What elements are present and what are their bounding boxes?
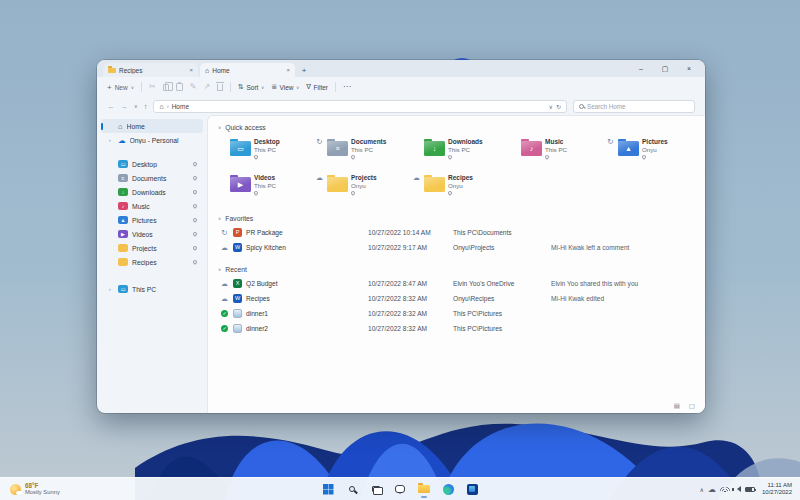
task-view-button[interactable]	[368, 481, 384, 497]
new-tab-button[interactable]: +	[297, 66, 311, 75]
recent-locations-icon[interactable]: ∨	[134, 103, 138, 109]
file-row-recipes[interactable]: W Recipes 10/27/2022 8:32 AM Onyu\Recipe…	[218, 291, 705, 306]
collapse-icon[interactable]: ∨	[218, 267, 221, 272]
view-button-label: View	[280, 84, 294, 91]
file-name: PR Package	[246, 229, 283, 236]
tab-label: Recipes	[119, 67, 186, 74]
close-button[interactable]: ×	[677, 65, 701, 72]
tile-name: Desktop	[254, 138, 280, 146]
maximize-button[interactable]: ▢	[653, 65, 677, 73]
minimize-button[interactable]: –	[629, 65, 653, 72]
close-tab-icon[interactable]: ×	[286, 67, 290, 73]
onedrive-tray-icon[interactable]: ☁	[708, 485, 716, 494]
start-button[interactable]	[320, 481, 336, 497]
tray-overflow-icon[interactable]: ∧	[700, 486, 704, 493]
sidebar-item-videos[interactable]: ▶ Videos	[101, 227, 203, 241]
tab-home[interactable]: ⌂ Home ×	[200, 63, 295, 77]
section-header-favorites[interactable]: ∨ Favorites	[218, 211, 705, 225]
tile-name: Pictures	[642, 138, 668, 146]
copy-icon[interactable]	[163, 84, 169, 91]
tab-strip: Recipes × ⌂ Home × + – ▢ ×	[97, 60, 705, 77]
store-button[interactable]	[464, 481, 480, 497]
filter-icon: ∇	[306, 83, 311, 91]
rename-icon[interactable]: ✎	[190, 83, 197, 91]
tile-location: Onyu	[642, 146, 668, 154]
collapse-icon[interactable]: ∨	[218, 216, 221, 221]
tile-downloads[interactable]: ↓ DownloadsThis PC	[412, 136, 509, 167]
sidebar-item-recipes[interactable]: Recipes	[101, 255, 203, 269]
sun-cloud-icon	[10, 484, 21, 495]
battery-icon[interactable]	[745, 487, 755, 492]
clock[interactable]: 11:11 AM 10/27/2022	[762, 482, 792, 496]
paste-icon[interactable]	[176, 83, 183, 91]
sidebar-item-this-pc[interactable]: › ▭ This PC	[101, 282, 203, 296]
sidebar-item-home[interactable]: ⌂ Home	[101, 119, 203, 133]
tile-name: Projects	[351, 174, 377, 182]
sort-button[interactable]: ⇅ Sort ∨	[238, 83, 264, 91]
sidebar-item-onedrive[interactable]: › ☁ Onyu - Personal	[101, 133, 203, 147]
sidebar-item-downloads[interactable]: ↓ Downloads	[101, 185, 203, 199]
section-header-quick-access[interactable]: ∨ Quick access	[218, 120, 705, 134]
tile-desktop[interactable]: ▭ DesktopThis PC	[218, 136, 315, 167]
tile-videos[interactable]: ▶ VideosThis PC	[218, 172, 315, 203]
file-row-dinner2[interactable]: dinner2 10/27/2022 8:32 AM This PC\Pictu…	[218, 321, 705, 336]
sidebar-item-desktop[interactable]: ▭ Desktop	[101, 157, 203, 171]
cut-icon[interactable]: ✂	[149, 83, 156, 91]
share-icon[interactable]: ↗	[203, 83, 210, 91]
address-dropdown-icon[interactable]: ∨	[549, 103, 553, 110]
back-icon[interactable]: ←	[107, 102, 115, 111]
tile-documents[interactable]: ≡ DocumentsThis PC	[315, 136, 412, 167]
tile-projects[interactable]: ProjectsOnyu	[315, 172, 412, 203]
weather-widget[interactable]: 68°F Mostly Sunny	[0, 482, 60, 496]
up-icon[interactable]: ↑	[144, 102, 148, 111]
large-icons-view-icon[interactable]: ▢	[689, 402, 695, 410]
expand-icon[interactable]: ›	[109, 137, 114, 143]
folder-icon: ▭	[230, 141, 251, 156]
tile-recipes[interactable]: RecipesOnyu	[412, 172, 509, 203]
section-title: Favorites	[225, 215, 253, 222]
refresh-icon[interactable]: ↻	[556, 103, 561, 110]
sidebar-item-music[interactable]: ♪ Music	[101, 199, 203, 213]
file-row-dinner1[interactable]: dinner1 10/27/2022 8:32 AM This PC\Pictu…	[218, 306, 705, 321]
file-explorer-button[interactable]	[416, 481, 432, 497]
expand-icon[interactable]: ›	[109, 286, 114, 292]
sidebar-item-documents[interactable]: ≡ Documents	[101, 171, 203, 185]
search-box[interactable]	[573, 100, 695, 113]
videos-icon: ▶	[118, 230, 128, 238]
section-header-recent[interactable]: ∨ Recent	[218, 262, 705, 276]
tab-recipes[interactable]: Recipes ×	[103, 63, 198, 77]
sidebar-item-pictures[interactable]: ▲ Pictures	[101, 213, 203, 227]
edge-button[interactable]	[440, 481, 456, 497]
delete-icon[interactable]	[217, 84, 223, 91]
new-button[interactable]: + New ∨	[107, 83, 134, 92]
sidebar-item-projects[interactable]: Projects	[101, 241, 203, 255]
file-row-q2-budget[interactable]: X Q2 Budget 10/27/2022 8:47 AM Elvin Yoo…	[218, 276, 705, 291]
forward-icon[interactable]: →	[121, 102, 129, 111]
file-row-pr-package[interactable]: P PR Package 10/27/2022 10:14 AM This PC…	[218, 225, 705, 240]
search-input[interactable]	[587, 103, 689, 110]
tray-date: 10/27/2022	[762, 489, 792, 496]
sync-status-icon	[220, 229, 229, 237]
filter-button[interactable]: ∇ Filter	[306, 83, 328, 91]
divider	[141, 82, 142, 92]
view-button[interactable]: ≣ View ∨	[271, 83, 299, 91]
breadcrumb[interactable]: Home	[172, 103, 189, 110]
address-bar[interactable]: ⌂ › Home ∨ ↻	[153, 100, 567, 113]
close-tab-icon[interactable]: ×	[189, 67, 193, 73]
wifi-icon[interactable]	[720, 486, 730, 492]
view-icon: ≣	[271, 83, 277, 91]
tile-music[interactable]: ♪ MusicThis PC	[509, 136, 606, 167]
chevron-down-icon: ∨	[131, 85, 134, 90]
search-icon	[579, 104, 584, 109]
more-options-icon[interactable]: ⋯	[343, 83, 351, 91]
volume-icon[interactable]	[734, 486, 741, 492]
word-file-icon: W	[233, 294, 242, 303]
tile-pictures[interactable]: ▲ PicturesOnyu	[606, 136, 703, 167]
pin-icon	[350, 154, 356, 160]
search-button[interactable]	[344, 481, 360, 497]
cloud-status-icon	[220, 295, 229, 303]
details-view-icon[interactable]: ▤	[674, 402, 680, 410]
file-row-spicy-kitchen[interactable]: W Spicy Kitchen 10/27/2022 9:17 AM Onyu\…	[218, 240, 705, 255]
collapse-icon[interactable]: ∨	[218, 125, 221, 130]
chat-button[interactable]	[392, 481, 408, 497]
